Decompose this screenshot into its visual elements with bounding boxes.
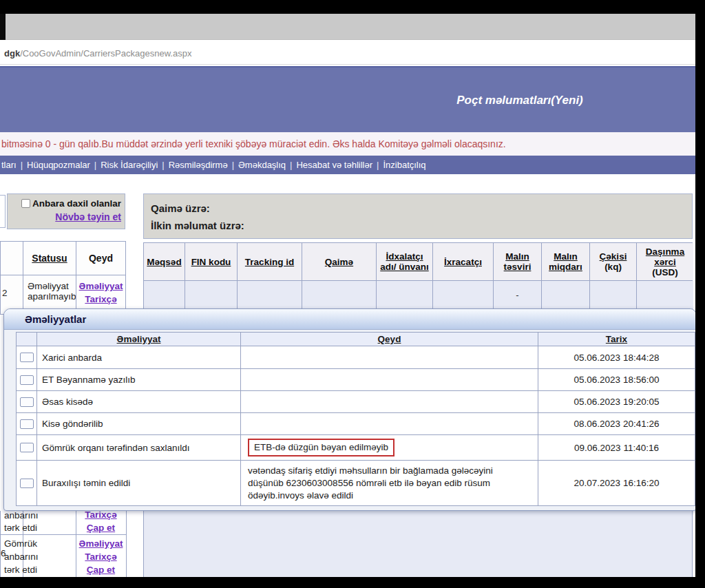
col-label: Malın miqdarı (543, 251, 588, 272)
row-checkbox[interactable] (20, 375, 34, 385)
data-cell (185, 281, 238, 308)
menu-item-5[interactable]: Hesabat və təhlillər (296, 160, 372, 170)
row-checkbox[interactable] (20, 443, 34, 452)
menu-separator: | (232, 160, 234, 170)
date-cell: 05.06.2023 18:56:00 (538, 369, 695, 391)
date-cell: 20.07.2023 16:16:20 (538, 461, 695, 506)
operations-header-row: Əməliyyat Qeyd Tarix (17, 333, 695, 346)
dialog-title: Əməliyyatlar (4, 309, 696, 330)
table-border (126, 511, 127, 577)
date-cell: 08.06.2023 20:41:26 (538, 413, 695, 435)
checkbox-cell (17, 391, 37, 413)
note-column-header[interactable]: Qeyd (241, 333, 538, 346)
operation-row: Buraxılışı təmin edildi vətəndaş sifariş… (17, 461, 695, 506)
col-header-tracking[interactable]: Tracking id (238, 243, 302, 280)
col-header-goods-qty[interactable]: Malın miqdarı (542, 243, 590, 280)
warning-banner: bitməsinə 0 - gün qalıb.Bu müddət ərzind… (0, 132, 695, 156)
operation-cell: ET Bəyannamə yazılıb (37, 369, 241, 391)
invoice-caption-box: Qaimə üzrə: İlkin məlumat üzrə: (143, 193, 693, 239)
menu-item-1[interactable]: Hüquqpozmalar (27, 160, 90, 170)
history-link[interactable]: Tarixçə (76, 293, 125, 306)
print-link[interactable]: Çap et (76, 521, 126, 534)
col-header-qaime[interactable]: Qaimə (302, 243, 377, 280)
col-suffix: (kq) (604, 262, 622, 272)
bottom-row-a-links: Tarixçə Çap et (76, 508, 126, 534)
row-checkbox[interactable] (20, 419, 34, 429)
note-header-label: Qeyd (89, 253, 113, 264)
dash-value: - (516, 290, 518, 300)
operation-cell: Əsas kisədə (37, 391, 241, 413)
menu-item-2[interactable]: Risk İdarəçiliyi (101, 160, 158, 170)
bottom-row-a-status: anbarını tərk etdi (4, 510, 54, 534)
top-black-bar (0, 0, 705, 14)
operation-link[interactable]: Əməliyyat (76, 280, 125, 293)
col-header-goods-desc[interactable]: Malın təsviri (494, 243, 542, 280)
history-link[interactable]: Tarixçə (76, 550, 126, 563)
date-column-header[interactable]: Tarix (538, 333, 695, 346)
note-cell (241, 346, 538, 369)
checkbox-cell (17, 413, 37, 435)
warning-text: bitməsinə 0 - gün qalıb.Bu müddət ərzind… (1, 138, 506, 149)
main-table-header-row: Məqsəd FIN kodu Tracking id Qaimə İdxala… (143, 242, 693, 281)
col-label: Tracking id (245, 257, 294, 267)
col-header-importer[interactable]: İdxalatçı adı/ ünvanı (377, 243, 433, 280)
date-cell: 09.06.2023 11:40:16 (538, 435, 695, 461)
col-label: Çəkisi (600, 251, 627, 262)
main-menu: tları|Hüquqpozmalar|Risk İdarəçiliyi|Rəs… (0, 156, 695, 174)
col-suffix: (USD) (652, 267, 678, 277)
operations-table: Əməliyyat Qeyd Tarix Xarici anbarda 05.0… (16, 332, 695, 506)
operation-link[interactable]: Əməliyyat (76, 537, 126, 550)
page-header-band: Poçt məlumatları(Yeni) (0, 66, 695, 132)
queue-assign-link[interactable]: Növbə təyin et (55, 211, 121, 222)
menu-item-3[interactable]: Rəsmiləşdirmə (169, 160, 228, 170)
row-status: Əməliyyat aparılmayıb (28, 281, 73, 302)
col-header-meqsed[interactable]: Məqsəd (144, 243, 185, 280)
print-link[interactable]: Çap et (76, 563, 126, 576)
menu-item-0[interactable]: tları (1, 160, 17, 170)
data-cell (302, 281, 377, 308)
date-cell: 05.06.2023 18:44:28 (538, 346, 695, 369)
checkbox-cell (17, 435, 37, 461)
menu-item-4[interactable]: Əməkdaşlıq (238, 160, 286, 170)
operation-row: Gömrük orqanı tərəfindən saxlanıldı ETB-… (17, 435, 695, 461)
caption-invoice: Qaimə üzrə: (151, 200, 692, 217)
operation-row: ET Bəyannamə yazılıb 05.06.2023 18:56:00 (17, 369, 695, 391)
col-header-fin[interactable]: FIN kodu (185, 243, 238, 280)
left-table-status-header[interactable]: Statusu (23, 241, 76, 275)
col-label: Daşınma xərci (638, 246, 692, 267)
operation-row: Kisə göndərilib 08.06.2023 20:41:26 (17, 413, 695, 435)
bottom-row-b-status: Gömrük anbarını tərk etdi (4, 537, 55, 576)
data-cell (377, 281, 433, 308)
menu-item-6[interactable]: İnzibatçılıq (383, 160, 425, 170)
checkbox-column-header (17, 333, 37, 346)
data-cell (238, 281, 302, 308)
operation-cell: Xarici anbarda (37, 346, 241, 369)
col-header-weight[interactable]: Çəkisi(kq) (590, 243, 637, 280)
bottom-black-bar (0, 577, 705, 588)
data-cell-dash: - (494, 281, 542, 308)
col-header-shipping-cost[interactable]: Daşınma xərci(USD) (637, 243, 693, 280)
col-label: Qaimə (325, 257, 353, 267)
menu-separator: | (94, 160, 96, 170)
row-checkbox[interactable] (20, 479, 34, 488)
row-checkbox[interactable] (20, 353, 34, 362)
warehouse-filter-checkbox[interactable] (21, 199, 30, 208)
left-table-id-header (0, 241, 23, 275)
data-cell (433, 281, 494, 308)
col-label: FIN kodu (191, 257, 231, 267)
address-bar[interactable]: dgk/CooGovAdmin/CarriersPackagesnew.aspx (0, 43, 695, 65)
operation-cell: Gömrük orqanı tərəfindən saxlanıldı (37, 435, 241, 461)
note-cell: vətəndaş sifariş etdiyi məhsulların bir … (241, 461, 538, 506)
operation-row: Əsas kisədə 05.06.2023 19:20:05 (17, 391, 695, 413)
operation-cell: Kisə göndərilib (37, 413, 241, 435)
col-label: İdxalatçı adı/ ünvanı (378, 251, 431, 272)
right-black-bar (695, 0, 705, 588)
col-header-exporter[interactable]: İxracatçı (433, 243, 494, 280)
operation-column-header[interactable]: Əməliyyat (37, 333, 241, 346)
note-cell (241, 369, 538, 391)
warehouse-filter-box: Anbara daxil olanlar Növbə təyin et (7, 193, 125, 229)
url-domain: dgk (4, 48, 20, 59)
menu-separator: | (162, 160, 164, 170)
data-cell (144, 281, 185, 308)
row-checkbox[interactable] (20, 397, 34, 407)
